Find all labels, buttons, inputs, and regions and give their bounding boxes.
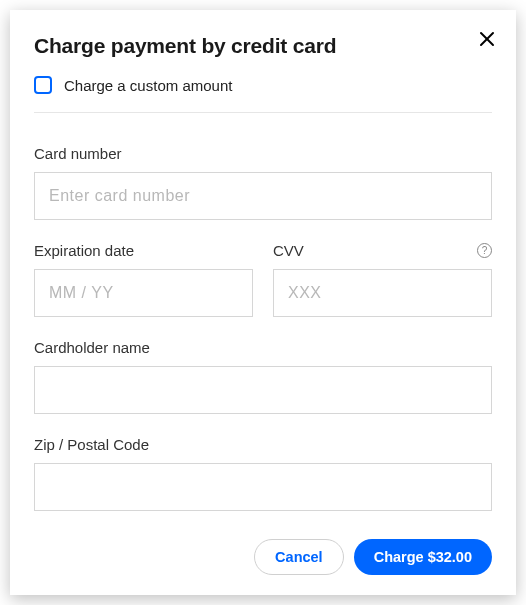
cardholder-group: Cardholder name xyxy=(34,339,492,414)
card-number-label: Card number xyxy=(34,145,492,162)
expiration-group: Expiration date xyxy=(34,242,253,317)
cvv-label: CVV xyxy=(273,242,304,259)
charge-button[interactable]: Charge $32.00 xyxy=(354,539,492,575)
modal-header: Charge payment by credit card xyxy=(34,34,492,58)
cvv-group: CVV ? xyxy=(273,242,492,317)
zip-label: Zip / Postal Code xyxy=(34,436,492,453)
card-number-group: Card number xyxy=(34,145,492,220)
expiration-label: Expiration date xyxy=(34,242,134,259)
cancel-button[interactable]: Cancel xyxy=(254,539,344,575)
custom-amount-label: Charge a custom amount xyxy=(64,77,232,94)
charge-payment-modal: Charge payment by credit card Charge a c… xyxy=(10,10,516,595)
expiration-cvv-row: Expiration date CVV ? xyxy=(34,242,492,317)
modal-title: Charge payment by credit card xyxy=(34,34,336,58)
custom-amount-row: Charge a custom amount xyxy=(34,76,492,94)
card-number-input[interactable] xyxy=(34,172,492,220)
zip-input[interactable] xyxy=(34,463,492,511)
expiration-input[interactable] xyxy=(34,269,253,317)
modal-footer: Cancel Charge $32.00 xyxy=(34,539,492,575)
custom-amount-checkbox[interactable] xyxy=(34,76,52,94)
help-icon[interactable]: ? xyxy=(477,243,492,258)
cardholder-input[interactable] xyxy=(34,366,492,414)
zip-group: Zip / Postal Code xyxy=(34,436,492,511)
cvv-input[interactable] xyxy=(273,269,492,317)
cardholder-label: Cardholder name xyxy=(34,339,492,356)
divider xyxy=(34,112,492,113)
close-icon[interactable] xyxy=(478,30,496,48)
